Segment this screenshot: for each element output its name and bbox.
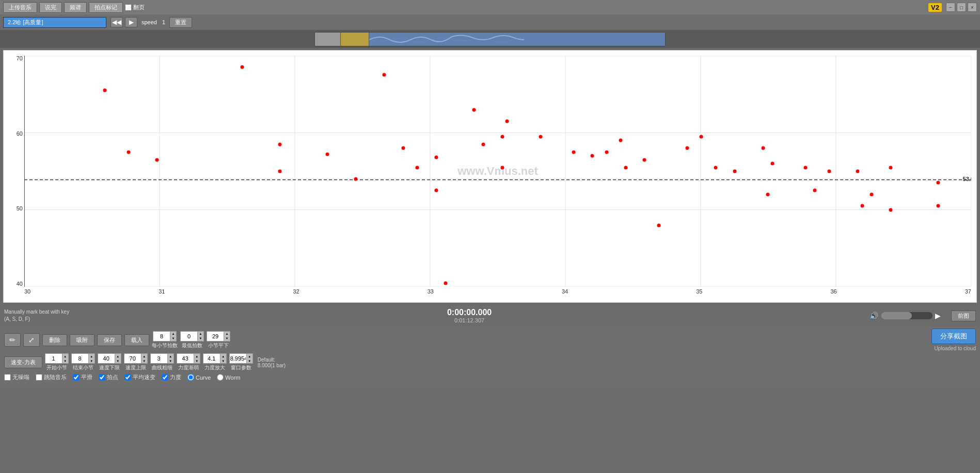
- start-bar-field[interactable]: ▲▼: [45, 353, 69, 364]
- minimize-button[interactable]: −: [946, 3, 955, 12]
- rewind-button[interactable]: ◀◀: [110, 17, 123, 27]
- vel-amp-input[interactable]: [203, 354, 220, 363]
- page-flip-label[interactable]: 翻页: [125, 4, 145, 11]
- smooth-label[interactable]: 平滑: [73, 373, 92, 381]
- force-label[interactable]: 力度: [162, 373, 181, 381]
- vel-amp-up[interactable]: ▲: [220, 354, 226, 358]
- no-buzz-checkbox[interactable]: [4, 374, 11, 381]
- curve-width-input[interactable]: [151, 354, 167, 363]
- volume-slider[interactable]: [881, 312, 932, 319]
- vel-fade-field[interactable]: ▲▼: [177, 353, 200, 364]
- per-bar-down[interactable]: ▼: [170, 336, 176, 341]
- vel-fade-down[interactable]: ▼: [194, 358, 200, 363]
- close-button[interactable]: ×: [968, 3, 977, 12]
- speed-upper-field[interactable]: ▲▼: [124, 353, 148, 364]
- vel-amp-field[interactable]: ▲▼: [203, 353, 227, 364]
- curve-radio-label[interactable]: Curve: [187, 374, 211, 381]
- jump-music-checkbox[interactable]: [36, 374, 42, 381]
- small-note-down[interactable]: ▼: [224, 336, 230, 341]
- speed-lower-field[interactable]: ▲▼: [98, 353, 121, 364]
- min-pitch-down[interactable]: ▼: [197, 336, 203, 341]
- per-bar-input[interactable]: [153, 332, 170, 341]
- worm-radio-text: Worm: [225, 374, 240, 381]
- window-param-field[interactable]: ▲▼: [229, 353, 253, 364]
- start-bar-up[interactable]: ▲: [62, 354, 68, 358]
- smooth-checkbox[interactable]: [73, 374, 80, 381]
- min-pitch-field[interactable]: ▲ ▼: [180, 331, 204, 341]
- share-screenshot-button[interactable]: 分享截图: [931, 329, 976, 344]
- speed-upper-down[interactable]: ▼: [141, 358, 147, 363]
- reset-button[interactable]: 重置: [169, 17, 192, 28]
- volume-end-icon: ▶: [935, 312, 941, 320]
- data-dot: [482, 142, 485, 146]
- curve-width-field[interactable]: ▲▼: [150, 353, 174, 364]
- curve-width-label: 曲线粗细: [152, 364, 172, 371]
- avg-velocity-checkbox[interactable]: [124, 374, 131, 381]
- speed-upper-input[interactable]: [124, 354, 141, 363]
- vel-amp-down[interactable]: ▼: [220, 358, 226, 363]
- copy-button[interactable]: 吸附: [70, 334, 94, 346]
- pencil-button[interactable]: ✏: [4, 333, 21, 347]
- small-note-input[interactable]: [207, 332, 224, 341]
- end-bar-up[interactable]: ▲: [88, 354, 94, 358]
- window-param-up[interactable]: ▲: [246, 354, 252, 358]
- force-checkbox[interactable]: [162, 374, 168, 381]
- speed-upper-up[interactable]: ▲: [141, 354, 147, 358]
- start-bar-input[interactable]: [45, 354, 62, 363]
- speed-lower-up[interactable]: ▲: [115, 354, 121, 358]
- vel-fade-up[interactable]: ▲: [194, 354, 200, 358]
- data-dot: [501, 135, 504, 138]
- start-bar-down[interactable]: ▼: [62, 358, 68, 363]
- per-bar-up[interactable]: ▲: [170, 332, 176, 336]
- worm-radio[interactable]: [217, 374, 224, 381]
- end-bar-field[interactable]: ▲▼: [71, 353, 95, 364]
- jump-music-label[interactable]: 跳陆音乐: [36, 373, 67, 381]
- beat-mark-button[interactable]: 拍点标记: [89, 2, 123, 13]
- data-dot: [103, 89, 106, 92]
- prev-view-button[interactable]: 前图: [951, 311, 976, 321]
- speed-lower-input[interactable]: [98, 354, 115, 363]
- spectrum-button[interactable]: 频谱: [64, 2, 87, 13]
- beat-point-label[interactable]: 拍点: [99, 373, 118, 381]
- end-bar-input[interactable]: [72, 354, 88, 363]
- start-bar-group: ▲▼ 开始小节: [45, 353, 69, 371]
- window-param-down[interactable]: ▼: [246, 358, 252, 363]
- upload-music-button[interactable]: 上传音乐: [3, 2, 37, 13]
- restore-button[interactable]: □: [957, 3, 966, 12]
- min-pitch-input[interactable]: [181, 332, 197, 341]
- beat-point-checkbox[interactable]: [99, 374, 105, 381]
- window-param-input[interactable]: [230, 354, 246, 363]
- waveform-bar: [0, 30, 980, 48]
- x-label-32: 32: [293, 288, 299, 295]
- min-pitch-up[interactable]: ▲: [197, 332, 203, 336]
- x-label-37: 37: [965, 288, 971, 295]
- worm-radio-label[interactable]: Worm: [217, 374, 240, 381]
- speed-lower-down[interactable]: ▼: [115, 358, 121, 363]
- save-button[interactable]: 保存: [97, 334, 122, 346]
- page-flip-checkbox[interactable]: [125, 4, 132, 11]
- force-text: 力度: [170, 373, 181, 381]
- move-button[interactable]: ⤢: [23, 333, 40, 347]
- no-buzz-label[interactable]: 无噪嗡: [4, 373, 29, 381]
- play-button[interactable]: ▶: [125, 17, 137, 27]
- curve-width-up[interactable]: ▲: [167, 354, 173, 358]
- per-bar-field[interactable]: ▲ ▼: [153, 331, 177, 341]
- end-bar-down[interactable]: ▼: [88, 358, 94, 363]
- curve-width-down[interactable]: ▼: [167, 358, 173, 363]
- x-label-35: 35: [696, 288, 702, 295]
- small-note-field[interactable]: ▲ ▼: [207, 331, 230, 341]
- data-dot: [127, 150, 130, 154]
- velocity-table-button[interactable]: 速变-力表: [4, 356, 42, 368]
- load-button[interactable]: 载入: [124, 334, 149, 346]
- curve-radio[interactable]: [187, 374, 194, 381]
- data-dot: [657, 223, 660, 227]
- avg-velocity-label[interactable]: 平均速变: [124, 373, 155, 381]
- vel-fade-input[interactable]: [177, 354, 194, 363]
- data-dot: [501, 166, 504, 169]
- data-dot: [325, 153, 329, 156]
- delete-button[interactable]: 删除: [42, 334, 67, 346]
- y-axis: 70 60 50 40: [4, 56, 24, 287]
- complete-button[interactable]: 说完: [39, 2, 62, 13]
- small-note-up[interactable]: ▲: [224, 332, 230, 336]
- waveform-container[interactable]: [314, 32, 666, 46]
